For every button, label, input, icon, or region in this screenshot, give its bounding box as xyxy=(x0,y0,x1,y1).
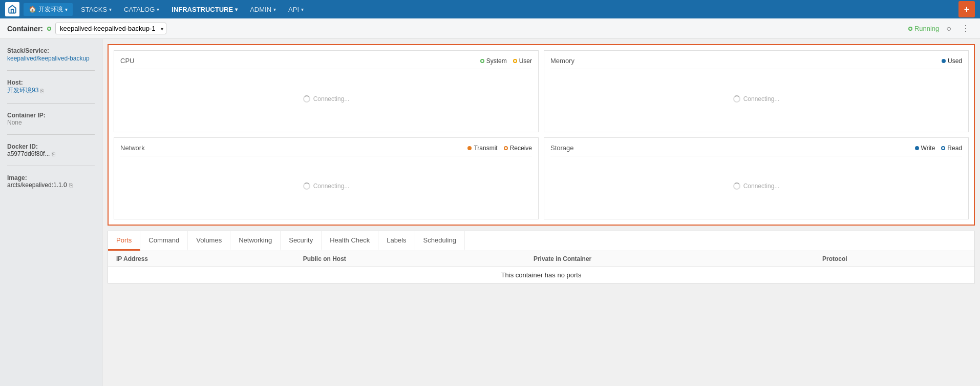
running-status-dot xyxy=(908,27,912,31)
receive-legend-dot xyxy=(504,146,508,150)
sidebar-ip-section: Container IP: None xyxy=(7,112,95,135)
tab-scheduling[interactable]: Scheduling xyxy=(415,231,465,251)
tab-labels[interactable]: Labels xyxy=(378,231,415,251)
cpu-chart-header: CPU System User xyxy=(120,57,532,69)
nav-item-admin[interactable]: ADMIN ▾ xyxy=(244,0,282,18)
table-container: IP Address Public on Host Private in Con… xyxy=(108,251,975,283)
cpu-legend: System User xyxy=(480,57,532,65)
container-header: Container: keepalived-keepalived-backup-… xyxy=(0,18,980,39)
running-badge: Running xyxy=(908,25,939,32)
memory-chart-body: Connecting... xyxy=(550,73,962,125)
user-legend-dot xyxy=(513,59,517,63)
copy-icon[interactable]: ⎘ xyxy=(52,151,55,157)
spinner-icon xyxy=(303,182,310,190)
system-legend-dot xyxy=(480,59,484,63)
chevron-down-icon: ▾ xyxy=(109,7,112,12)
container-label: Container: xyxy=(7,25,43,33)
legend-read: Read xyxy=(941,145,962,152)
home-icon: 🏠 xyxy=(29,6,36,13)
read-legend-dot xyxy=(941,146,945,150)
tab-ports[interactable]: Ports xyxy=(108,231,140,251)
charts-grid: CPU System User Connecting... xyxy=(108,44,975,226)
storage-chart-header: Storage Write Read xyxy=(550,144,962,156)
network-chart-header: Network Transmit Receive xyxy=(120,144,532,156)
image-value: arcts/keepalived:1.1.0 ⎘ xyxy=(7,181,95,189)
nav-item-catalog[interactable]: CATALOG ▾ xyxy=(118,0,165,18)
nav-item-stacks[interactable]: STACKS ▾ xyxy=(75,0,118,18)
copy-icon[interactable]: ⎘ xyxy=(40,88,44,94)
nav-item-infrastructure[interactable]: INFRASTRUCTURE ▾ xyxy=(165,0,244,18)
stack-service-label: Stack/Service: xyxy=(7,47,95,54)
legend-transmit: Transmit xyxy=(467,145,497,152)
storage-legend: Write Read xyxy=(915,145,962,152)
storage-title: Storage xyxy=(550,144,574,152)
memory-legend: Used xyxy=(942,57,962,65)
container-ip-label: Container IP: xyxy=(7,112,95,119)
nav-item-api[interactable]: API ▾ xyxy=(282,0,310,18)
network-title: Network xyxy=(120,144,145,152)
container-ip-value: None xyxy=(7,119,95,126)
tab-volumes[interactable]: Volumes xyxy=(188,231,230,251)
chevron-down-icon: ▾ xyxy=(157,7,159,12)
spinner-icon xyxy=(303,95,310,103)
sidebar: Stack/Service: keepalived/keepalived-bac… xyxy=(0,39,102,386)
tab-networking[interactable]: Networking xyxy=(230,231,281,251)
container-select-wrap: keepalived-keepalived-backup-1 xyxy=(47,23,166,34)
tab-health-check[interactable]: Health Check xyxy=(322,231,378,251)
col-private-in-container: Private in Container xyxy=(525,251,814,267)
sidebar-host-section: Host: 开发环境93 ⎘ xyxy=(7,79,95,104)
host-value: 开发环境93 ⎘ xyxy=(7,86,95,95)
tab-command[interactable]: Command xyxy=(140,231,188,251)
legend-user: User xyxy=(513,57,532,65)
more-options-button[interactable]: ⋮ xyxy=(958,23,973,34)
docker-id-label: Docker ID: xyxy=(7,143,95,150)
cpu-chart-body: Connecting... xyxy=(120,73,532,125)
tabs-bar: Ports Command Volumes Networking Securit… xyxy=(108,231,975,251)
env-label: 开发环境 xyxy=(38,5,63,14)
memory-title: Memory xyxy=(550,57,574,65)
nav-env[interactable]: 🏠 开发环境 ▾ xyxy=(24,3,73,16)
write-legend-dot xyxy=(915,146,919,150)
refresh-button[interactable]: ○ xyxy=(943,23,954,34)
content-area: CPU System User Connecting... xyxy=(102,39,980,386)
col-ip-address: IP Address xyxy=(108,251,295,267)
used-legend-dot xyxy=(942,59,946,63)
sidebar-docker-section: Docker ID: a5977dd6f80f... ⎘ xyxy=(7,143,95,166)
chevron-down-icon: ▾ xyxy=(235,7,238,12)
network-chart-card: Network Transmit Receive Conn xyxy=(114,137,539,219)
chevron-down-icon: ▾ xyxy=(65,7,68,12)
header-right: Running ○ ⋮ xyxy=(908,23,973,34)
storage-chart-body: Connecting... xyxy=(550,160,962,212)
nav-add-button[interactable]: + xyxy=(958,1,975,17)
copy-icon[interactable]: ⎘ xyxy=(69,182,73,188)
top-nav: 🏠 开发环境 ▾ STACKS ▾ CATALOG ▾ INFRASTRUCTU… xyxy=(0,0,980,18)
empty-message: This container has no ports xyxy=(108,267,974,283)
transmit-legend-dot xyxy=(467,146,472,150)
host-link[interactable]: 开发环境93 xyxy=(7,86,38,95)
chevron-down-icon: ▾ xyxy=(273,7,276,12)
legend-receive: Receive xyxy=(504,145,532,152)
container-select[interactable]: keepalived-keepalived-backup-1 xyxy=(55,23,166,34)
main-content: Stack/Service: keepalived/keepalived-bac… xyxy=(0,39,980,386)
cpu-title: CPU xyxy=(120,57,134,65)
tabs-section: Ports Command Volumes Networking Securit… xyxy=(108,231,975,283)
spinner-icon xyxy=(733,182,740,190)
memory-chart-header: Memory Used xyxy=(550,57,962,69)
empty-row: This container has no ports xyxy=(108,267,974,283)
status-dot-green xyxy=(47,27,51,31)
cpu-chart-card: CPU System User Connecting... xyxy=(114,50,539,132)
sidebar-image-section: Image: arcts/keepalived:1.1.0 ⎘ xyxy=(7,174,95,197)
image-label: Image: xyxy=(7,174,95,181)
legend-write: Write xyxy=(915,145,935,152)
storage-chart-card: Storage Write Read Connecting xyxy=(544,137,969,219)
stack-service-link[interactable]: keepalived/keepalived-backup xyxy=(7,55,90,62)
legend-system: System xyxy=(480,57,507,65)
docker-id-value: a5977dd6f80f... ⎘ xyxy=(7,150,95,157)
col-protocol: Protocol xyxy=(814,251,974,267)
nav-logo xyxy=(5,2,19,16)
network-legend: Transmit Receive xyxy=(467,145,532,152)
host-label: Host: xyxy=(7,79,95,86)
network-chart-body: Connecting... xyxy=(120,160,532,212)
tab-security[interactable]: Security xyxy=(281,231,322,251)
chevron-down-icon: ▾ xyxy=(301,7,304,12)
